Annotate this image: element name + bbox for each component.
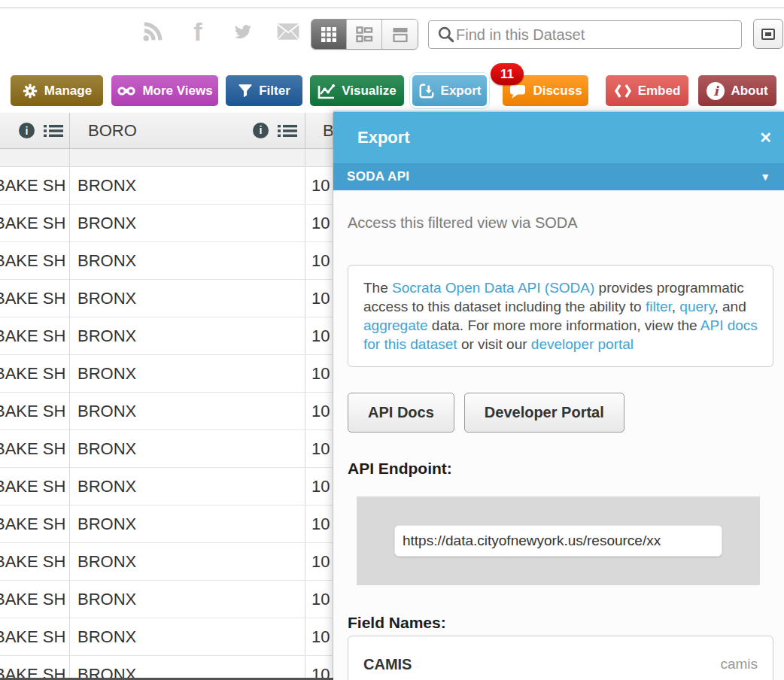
cell-building[interactable]: 10 bbox=[305, 430, 333, 467]
twitter-icon[interactable] bbox=[229, 18, 257, 45]
cell-building[interactable]: 10 bbox=[305, 468, 333, 505]
cell-dba[interactable]: BAKE SH bbox=[0, 242, 70, 279]
cell-dba[interactable]: BAKE SH bbox=[0, 205, 70, 241]
table-row[interactable]: BAKE SH BRONX 10 bbox=[0, 393, 333, 430]
api-endpoint-input[interactable] bbox=[394, 525, 722, 557]
cell-building[interactable]: 10 bbox=[305, 167, 333, 204]
chevron-down-icon[interactable]: ▼ bbox=[760, 171, 770, 183]
rss-icon[interactable] bbox=[139, 18, 166, 45]
soda-api-link[interactable]: Socrata Open Data API (SODA) bbox=[392, 280, 594, 296]
cell-building[interactable]: 10 bbox=[305, 618, 333, 655]
table-row[interactable]: BAKE SH BRONX 10 bbox=[0, 656, 333, 680]
api-docs-button[interactable]: API Docs bbox=[348, 393, 454, 433]
cell-boro[interactable]: BRONX bbox=[70, 393, 305, 430]
cell-building[interactable]: 10 bbox=[305, 280, 333, 317]
cell-boro[interactable]: BRONX bbox=[70, 242, 305, 279]
cell-dba[interactable]: BAKE SH bbox=[0, 581, 70, 618]
filter-link[interactable]: filter bbox=[646, 299, 672, 314]
soda-api-section-header[interactable]: SODA API ▼ bbox=[333, 163, 784, 190]
column-info-icon[interactable]: i bbox=[253, 123, 269, 138]
column-menu-icon[interactable] bbox=[44, 123, 63, 139]
table-row[interactable]: BAKE SH BRONX 10 bbox=[0, 355, 333, 393]
column-header-building[interactable]: BUILDING bbox=[305, 113, 333, 148]
column-header-dba[interactable]: i bbox=[0, 113, 70, 148]
cell-building[interactable]: 10 bbox=[305, 656, 333, 680]
column-menu-icon[interactable] bbox=[278, 123, 297, 139]
grid-header-row: i BORO i bbox=[0, 113, 333, 149]
cell-dba[interactable]: BAKE SH bbox=[0, 167, 70, 204]
cell-dba[interactable]: BAKE SH bbox=[0, 317, 70, 354]
embed-button[interactable]: Embed bbox=[606, 75, 688, 106]
embed-label: Embed bbox=[638, 83, 681, 99]
facebook-icon[interactable]: f bbox=[184, 18, 211, 45]
search-input[interactable] bbox=[456, 26, 734, 44]
cell-dba[interactable]: BAKE SH bbox=[0, 468, 70, 505]
cell-dba[interactable]: BAKE SH bbox=[0, 393, 70, 430]
table-row[interactable]: BAKE SH BRONX 10 bbox=[0, 242, 333, 280]
developer-portal-button[interactable]: Developer Portal bbox=[464, 393, 624, 433]
more-views-button[interactable]: More Views bbox=[111, 75, 218, 106]
manage-button[interactable]: Manage bbox=[11, 75, 103, 106]
table-row[interactable]: BAKE SH BRONX 10 bbox=[0, 205, 333, 242]
column-title: BORO bbox=[88, 121, 253, 141]
cell-dba[interactable]: BAKE SH bbox=[0, 543, 70, 580]
filter-button[interactable]: Filter bbox=[226, 75, 302, 106]
cell-building[interactable]: 10 bbox=[305, 543, 333, 580]
table-row[interactable]: BAKE SH BRONX 10 bbox=[0, 581, 333, 618]
cell-building[interactable]: 10 bbox=[305, 355, 333, 392]
cell-building[interactable]: 10 bbox=[305, 317, 333, 354]
fullscreen-button[interactable] bbox=[753, 19, 783, 49]
aggregate-link[interactable]: aggregate bbox=[363, 317, 428, 333]
soda-description-box: The Socrata Open Data API (SODA) provide… bbox=[348, 265, 773, 367]
table-row[interactable]: BAKE SH BRONX 10 bbox=[0, 317, 333, 355]
cell-dba[interactable]: BAKE SH bbox=[0, 355, 70, 392]
page-view-button[interactable] bbox=[382, 20, 418, 49]
table-row[interactable]: BAKE SH BRONX 10 bbox=[0, 430, 333, 468]
export-button[interactable]: Export bbox=[412, 75, 487, 106]
query-link[interactable]: query bbox=[679, 299, 714, 314]
developer-portal-link[interactable]: developer portal bbox=[531, 336, 634, 352]
column-header-boro[interactable]: BORO i bbox=[70, 113, 305, 148]
fullscreen-icon bbox=[761, 29, 775, 40]
cell-boro[interactable]: BRONX bbox=[70, 317, 305, 354]
chart-icon bbox=[318, 83, 336, 99]
cell-boro[interactable]: BRONX bbox=[70, 280, 305, 317]
cell-building[interactable]: 10 bbox=[305, 505, 333, 542]
cell-boro[interactable]: BRONX bbox=[70, 618, 305, 655]
cell-boro[interactable]: BRONX bbox=[70, 656, 305, 680]
cell-boro[interactable]: BRONX bbox=[70, 205, 305, 241]
table-row[interactable]: BAKE SH BRONX 10 bbox=[0, 543, 333, 581]
discuss-button[interactable]: 11 Discuss bbox=[503, 75, 588, 106]
grid-view-button[interactable] bbox=[311, 20, 347, 49]
cell-boro[interactable]: BRONX bbox=[70, 581, 305, 618]
table-row[interactable]: BAKE SH BRONX 10 bbox=[0, 167, 333, 205]
cell-dba[interactable]: BAKE SH bbox=[0, 430, 70, 467]
cell-boro[interactable]: BRONX bbox=[70, 355, 305, 392]
cell-boro[interactable]: BRONX bbox=[70, 430, 305, 467]
close-icon[interactable]: ✕ bbox=[759, 129, 772, 147]
cell-building[interactable]: 10 bbox=[305, 242, 333, 279]
cell-dba[interactable]: BAKE SH bbox=[0, 656, 70, 680]
table-row[interactable]: BAKE SH BRONX 10 bbox=[0, 505, 333, 543]
cell-boro[interactable]: BRONX bbox=[70, 505, 305, 542]
cell-dba[interactable]: BAKE SH bbox=[0, 280, 70, 317]
cell-building[interactable]: 10 bbox=[305, 205, 333, 241]
cell-building[interactable]: 10 bbox=[305, 581, 333, 618]
table-row[interactable]: BAKE SH BRONX 10 bbox=[0, 468, 333, 505]
email-icon[interactable] bbox=[275, 18, 302, 45]
cell-boro[interactable]: BRONX bbox=[70, 468, 305, 505]
about-button[interactable]: i About bbox=[698, 75, 776, 106]
column-info-icon[interactable]: i bbox=[19, 123, 35, 138]
visualize-button[interactable]: Visualize bbox=[310, 75, 404, 106]
download-icon bbox=[418, 83, 435, 99]
api-buttons-row: API Docs Developer Portal bbox=[348, 393, 773, 433]
table-row[interactable]: BAKE SH BRONX 10 bbox=[0, 280, 333, 317]
cell-dba[interactable]: BAKE SH bbox=[0, 618, 70, 655]
cell-dba[interactable]: BAKE SH bbox=[0, 505, 70, 542]
cell-boro[interactable]: BRONX bbox=[70, 543, 305, 580]
table-row[interactable]: BAKE SH BRONX 10 bbox=[0, 618, 333, 656]
rich-list-view-button[interactable] bbox=[347, 20, 382, 49]
filter-label: Filter bbox=[259, 83, 290, 99]
cell-building[interactable]: 10 bbox=[305, 393, 333, 430]
cell-boro[interactable]: BRONX bbox=[70, 167, 305, 204]
